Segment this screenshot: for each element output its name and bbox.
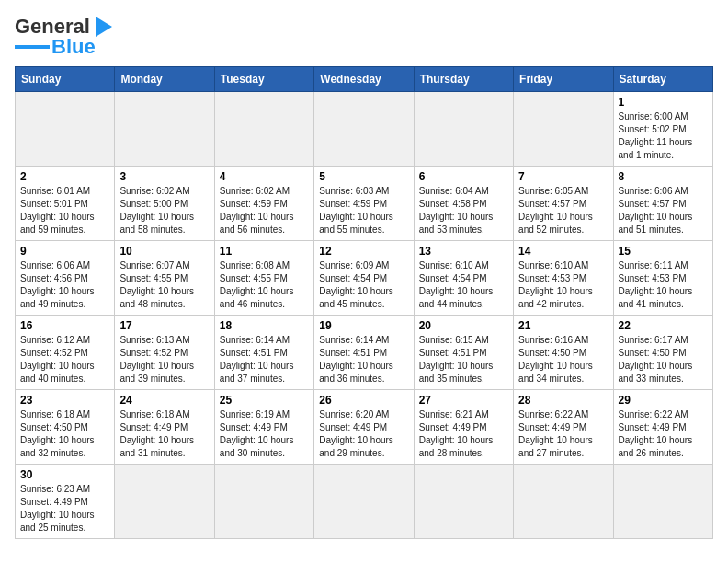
day-info: Sunrise: 6:05 AM Sunset: 4:57 PM Dayligh… <box>518 185 608 236</box>
day-info: Sunrise: 6:14 AM Sunset: 4:51 PM Dayligh… <box>319 334 408 385</box>
calendar-cell: 29Sunrise: 6:22 AM Sunset: 4:49 PM Dayli… <box>613 390 712 465</box>
day-info: Sunrise: 6:10 AM Sunset: 4:53 PM Dayligh… <box>518 259 608 311</box>
calendar: SundayMondayTuesdayWednesdayThursdayFrid… <box>15 66 713 539</box>
calendar-cell: 26Sunrise: 6:20 AM Sunset: 4:49 PM Dayli… <box>314 390 414 465</box>
day-info: Sunrise: 6:02 AM Sunset: 4:59 PM Dayligh… <box>220 185 309 236</box>
day-info: Sunrise: 6:22 AM Sunset: 4:49 PM Dayligh… <box>619 408 708 460</box>
day-number: 11 <box>220 245 309 258</box>
day-number: 8 <box>619 170 708 183</box>
day-number: 7 <box>518 170 608 183</box>
calendar-cell: 20Sunrise: 6:15 AM Sunset: 4:51 PM Dayli… <box>414 316 513 390</box>
logo-text-blue: Blue <box>51 37 96 57</box>
calendar-cell <box>214 465 313 539</box>
calendar-week-2: 2Sunrise: 6:01 AM Sunset: 5:01 PM Daylig… <box>16 167 713 241</box>
calendar-cell: 21Sunrise: 6:16 AM Sunset: 4:50 PM Dayli… <box>514 316 613 390</box>
day-number: 5 <box>319 170 408 183</box>
calendar-cell: 5Sunrise: 6:03 AM Sunset: 4:59 PM Daylig… <box>314 167 414 241</box>
day-number: 22 <box>619 319 708 332</box>
day-info: Sunrise: 6:19 AM Sunset: 4:49 PM Dayligh… <box>220 408 309 460</box>
day-number: 28 <box>518 394 608 407</box>
day-info: Sunrise: 6:04 AM Sunset: 4:58 PM Dayligh… <box>419 185 508 236</box>
calendar-cell: 19Sunrise: 6:14 AM Sunset: 4:51 PM Dayli… <box>314 316 414 390</box>
day-info: Sunrise: 6:08 AM Sunset: 4:55 PM Dayligh… <box>220 259 309 311</box>
calendar-cell <box>414 92 513 167</box>
calendar-cell <box>115 465 214 539</box>
calendar-cell <box>514 92 613 167</box>
day-info: Sunrise: 6:12 AM Sunset: 4:52 PM Dayligh… <box>20 334 109 385</box>
calendar-cell <box>115 92 214 167</box>
calendar-cell: 14Sunrise: 6:10 AM Sunset: 4:53 PM Dayli… <box>514 241 613 316</box>
calendar-week-1: 1Sunrise: 6:00 AM Sunset: 5:02 PM Daylig… <box>16 92 713 167</box>
calendar-week-3: 9Sunrise: 6:06 AM Sunset: 4:56 PM Daylig… <box>16 241 713 316</box>
calendar-cell: 2Sunrise: 6:01 AM Sunset: 5:01 PM Daylig… <box>16 167 115 241</box>
weekday-header-friday: Friday <box>514 67 613 92</box>
calendar-cell: 15Sunrise: 6:11 AM Sunset: 4:53 PM Dayli… <box>613 241 712 316</box>
calendar-cell: 23Sunrise: 6:18 AM Sunset: 4:50 PM Dayli… <box>16 390 115 465</box>
calendar-cell: 30Sunrise: 6:23 AM Sunset: 4:49 PM Dayli… <box>16 465 115 539</box>
weekday-header-monday: Monday <box>115 67 214 92</box>
calendar-cell: 10Sunrise: 6:07 AM Sunset: 4:55 PM Dayli… <box>115 241 214 316</box>
calendar-cell <box>613 465 712 539</box>
day-info: Sunrise: 6:18 AM Sunset: 4:50 PM Dayligh… <box>20 408 109 460</box>
day-number: 10 <box>119 245 209 258</box>
calendar-cell: 11Sunrise: 6:08 AM Sunset: 4:55 PM Dayli… <box>214 241 313 316</box>
day-info: Sunrise: 6:20 AM Sunset: 4:49 PM Dayligh… <box>319 408 408 460</box>
calendar-cell <box>514 465 613 539</box>
day-number: 2 <box>20 170 109 183</box>
weekday-header-wednesday: Wednesday <box>314 67 414 92</box>
calendar-week-4: 16Sunrise: 6:12 AM Sunset: 4:52 PM Dayli… <box>16 316 713 390</box>
calendar-cell: 27Sunrise: 6:21 AM Sunset: 4:49 PM Dayli… <box>414 390 513 465</box>
day-number: 1 <box>619 96 708 109</box>
day-number: 16 <box>20 319 109 332</box>
day-number: 19 <box>319 319 408 332</box>
calendar-cell: 25Sunrise: 6:19 AM Sunset: 4:49 PM Dayli… <box>214 390 313 465</box>
day-number: 26 <box>319 394 408 407</box>
weekday-header-thursday: Thursday <box>414 67 513 92</box>
logo-bar <box>15 45 50 49</box>
calendar-cell: 6Sunrise: 6:04 AM Sunset: 4:58 PM Daylig… <box>414 167 513 241</box>
day-number: 30 <box>20 468 109 481</box>
day-info: Sunrise: 6:11 AM Sunset: 4:53 PM Dayligh… <box>619 259 708 311</box>
day-number: 14 <box>518 245 608 258</box>
day-info: Sunrise: 6:22 AM Sunset: 4:49 PM Dayligh… <box>518 408 608 460</box>
calendar-cell: 18Sunrise: 6:14 AM Sunset: 4:51 PM Dayli… <box>214 316 313 390</box>
day-info: Sunrise: 6:17 AM Sunset: 4:50 PM Dayligh… <box>619 334 708 385</box>
day-info: Sunrise: 6:00 AM Sunset: 5:02 PM Dayligh… <box>619 110 708 162</box>
day-number: 24 <box>119 394 209 407</box>
calendar-cell: 12Sunrise: 6:09 AM Sunset: 4:54 PM Dayli… <box>314 241 414 316</box>
day-number: 23 <box>20 394 109 407</box>
day-number: 15 <box>619 245 708 258</box>
calendar-cell: 7Sunrise: 6:05 AM Sunset: 4:57 PM Daylig… <box>514 167 613 241</box>
calendar-cell <box>16 92 115 167</box>
day-info: Sunrise: 6:14 AM Sunset: 4:51 PM Dayligh… <box>220 334 309 385</box>
day-number: 6 <box>419 170 508 183</box>
day-number: 27 <box>419 394 508 407</box>
calendar-cell <box>214 92 313 167</box>
day-number: 12 <box>319 245 408 258</box>
calendar-cell: 22Sunrise: 6:17 AM Sunset: 4:50 PM Dayli… <box>613 316 712 390</box>
day-info: Sunrise: 6:23 AM Sunset: 4:49 PM Dayligh… <box>20 483 109 534</box>
day-info: Sunrise: 6:13 AM Sunset: 4:52 PM Dayligh… <box>119 334 209 385</box>
day-info: Sunrise: 6:02 AM Sunset: 5:00 PM Dayligh… <box>119 185 209 236</box>
day-number: 25 <box>220 394 309 407</box>
day-info: Sunrise: 6:06 AM Sunset: 4:56 PM Dayligh… <box>20 259 109 311</box>
logo-triangle-icon <box>96 17 112 37</box>
page-header: General Blue <box>15 15 713 57</box>
calendar-cell: 4Sunrise: 6:02 AM Sunset: 4:59 PM Daylig… <box>214 167 313 241</box>
calendar-week-6: 30Sunrise: 6:23 AM Sunset: 4:49 PM Dayli… <box>16 465 713 539</box>
calendar-cell: 9Sunrise: 6:06 AM Sunset: 4:56 PM Daylig… <box>16 241 115 316</box>
calendar-cell <box>314 92 414 167</box>
day-info: Sunrise: 6:10 AM Sunset: 4:54 PM Dayligh… <box>419 259 508 311</box>
calendar-cell: 17Sunrise: 6:13 AM Sunset: 4:52 PM Dayli… <box>115 316 214 390</box>
day-number: 4 <box>220 170 309 183</box>
weekday-header-tuesday: Tuesday <box>214 67 313 92</box>
calendar-cell: 28Sunrise: 6:22 AM Sunset: 4:49 PM Dayli… <box>514 390 613 465</box>
day-number: 9 <box>20 245 109 258</box>
day-info: Sunrise: 6:07 AM Sunset: 4:55 PM Dayligh… <box>119 259 209 311</box>
calendar-cell: 1Sunrise: 6:00 AM Sunset: 5:02 PM Daylig… <box>613 92 712 167</box>
day-info: Sunrise: 6:06 AM Sunset: 4:57 PM Dayligh… <box>619 185 708 236</box>
day-info: Sunrise: 6:15 AM Sunset: 4:51 PM Dayligh… <box>419 334 508 385</box>
calendar-cell: 13Sunrise: 6:10 AM Sunset: 4:54 PM Dayli… <box>414 241 513 316</box>
calendar-cell: 16Sunrise: 6:12 AM Sunset: 4:52 PM Dayli… <box>16 316 115 390</box>
calendar-cell <box>414 465 513 539</box>
